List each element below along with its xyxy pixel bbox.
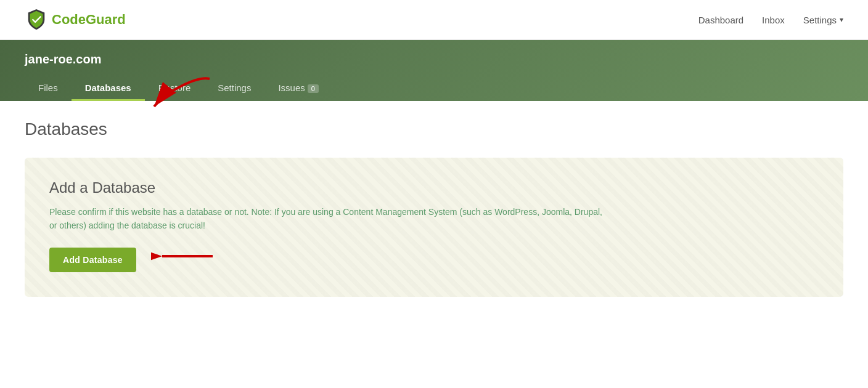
page-title: Databases: [25, 119, 843, 139]
tab-files[interactable]: Files: [25, 76, 72, 101]
tab-settings[interactable]: Settings: [204, 76, 264, 101]
page-content: Databases Add a Database Please confirm …: [0, 101, 868, 334]
issues-badge: 0: [308, 84, 319, 93]
inbox-link[interactable]: Inbox: [762, 15, 785, 25]
tab-restore[interactable]: Restore: [145, 76, 205, 101]
arrow-add-db-annotation: [151, 243, 219, 270]
site-title: jane-roe.com: [25, 52, 843, 67]
settings-link[interactable]: Settings: [803, 15, 843, 25]
nav-links: Dashboard Inbox Settings: [698, 15, 843, 25]
tab-issues[interactable]: Issues0: [264, 76, 332, 101]
add-database-title: Add a Database: [49, 179, 819, 196]
codeguard-logo-icon: [25, 8, 48, 31]
add-database-button[interactable]: Add Database: [49, 248, 136, 272]
add-database-section: Add a Database Please confirm if this we…: [25, 158, 843, 297]
logo-text: CodeGuard: [52, 12, 126, 28]
logo[interactable]: CodeGuard: [25, 8, 126, 31]
sub-nav: Files Databases Restore Settings Issues0: [25, 76, 843, 101]
top-nav: CodeGuard Dashboard Inbox Settings: [0, 0, 868, 40]
add-database-description: Please confirm if this website has a dat…: [49, 205, 604, 233]
sub-header: jane-roe.com Files Databases Restore Set…: [0, 40, 868, 101]
dashboard-link[interactable]: Dashboard: [698, 15, 743, 25]
tab-databases[interactable]: Databases: [72, 76, 145, 101]
